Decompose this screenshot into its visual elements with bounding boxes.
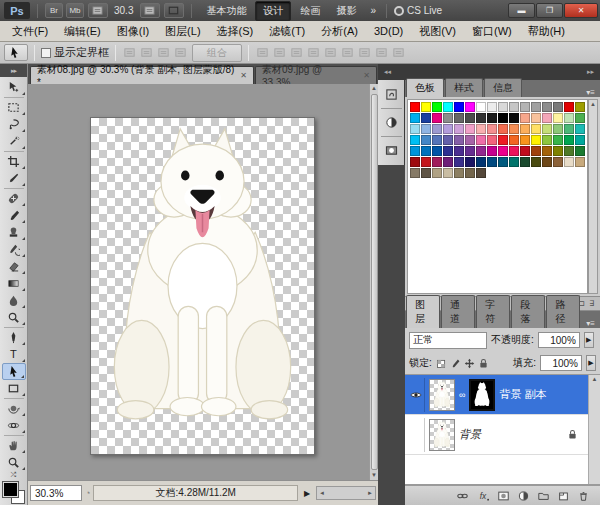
color-swatch[interactable] [531,102,541,112]
tab-close-icon[interactable]: ✕ [240,71,247,80]
color-swatch[interactable] [531,135,541,145]
opacity-field[interactable]: 100% [538,332,580,348]
maximize-button[interactable]: ❐ [536,3,563,18]
color-swatch[interactable] [542,157,552,167]
color-swatch[interactable] [542,135,552,145]
color-swatch[interactable] [454,135,464,145]
color-swatch[interactable] [520,113,530,123]
lasso-tool[interactable] [2,116,26,133]
color-swatch[interactable] [465,168,475,178]
color-swatch[interactable] [553,146,563,156]
color-swatch[interactable] [432,157,442,167]
color-swatch[interactable] [564,146,574,156]
color-swatch[interactable] [531,157,541,167]
color-swatch[interactable] [498,146,508,156]
color-swatch[interactable] [454,146,464,156]
clone-stamp-tool[interactable] [2,224,26,241]
launch-br-icon[interactable]: Br [45,3,63,18]
document-tab[interactable]: 素材09.jpg @ 33.3%...✕ [255,66,377,84]
color-swatch[interactable] [443,146,453,156]
align-center-icon[interactable] [323,46,338,60]
color-swatch[interactable] [520,102,530,112]
color-swatch[interactable] [498,102,508,112]
color-swatch[interactable] [410,146,420,156]
layer-visibility-toggle[interactable] [407,378,425,412]
workspace-button[interactable]: 绘画 [293,2,327,20]
color-swatch[interactable] [575,146,585,156]
layer-row[interactable]: 背景 [405,415,588,455]
color-swatch[interactable] [509,102,519,112]
color-swatch[interactable] [564,113,574,123]
menu-item[interactable]: 图层(L) [157,22,208,41]
color-swatch[interactable] [542,102,552,112]
workspace-button[interactable]: 基本功能 [199,2,253,20]
color-swatch[interactable] [476,157,486,167]
delete-layer-icon[interactable] [577,490,590,502]
color-swatch[interactable] [564,102,574,112]
move-tool[interactable] [2,79,26,96]
layer-name[interactable]: 背景 副本 [499,387,546,402]
scroll-right-icon[interactable]: ► [367,490,373,496]
history-brush-tool[interactable] [2,241,26,258]
align-bottom-icon[interactable] [289,46,304,60]
color-swatch[interactable] [509,113,519,123]
workspace-overflow-button[interactable]: » [367,5,379,16]
color-swatch[interactable] [421,102,431,112]
color-swatch[interactable] [432,135,442,145]
lock-pixels-icon[interactable] [450,358,461,369]
color-swatch[interactable] [498,135,508,145]
cs-live-button[interactable]: CS Live [394,5,446,16]
color-swatch[interactable] [520,146,530,156]
tool-preset-picker[interactable] [4,44,28,61]
color-swatch[interactable] [498,157,508,167]
color-swatch[interactable] [564,157,574,167]
color-swatch[interactable] [454,157,464,167]
color-swatch[interactable] [509,135,519,145]
layers-tab[interactable]: 字符 [476,295,510,328]
tab-close-icon[interactable]: ✕ [363,71,370,80]
menu-item[interactable]: 编辑(E) [56,22,109,41]
marquee-tool[interactable] [2,99,26,116]
collapse-dock-icon[interactable]: ▸▸ [587,68,594,76]
align-middle-icon[interactable] [272,46,287,60]
color-swatch[interactable] [410,157,420,167]
distribute-bottom-icon[interactable] [391,46,406,60]
color-swatch[interactable] [465,124,475,134]
crop-tool[interactable] [2,153,26,170]
scroll-down-icon[interactable]: ▼ [371,471,377,480]
pen-tool[interactable] [2,329,26,346]
color-swatch[interactable] [476,113,486,123]
color-swatch[interactable] [476,168,486,178]
eraser-tool[interactable] [2,258,26,275]
color-swatch[interactable] [487,135,497,145]
send-backward-icon[interactable] [156,46,171,60]
swatches-tab[interactable]: 色板 [406,78,444,97]
fill-slider-button[interactable]: ▶ [586,355,596,371]
color-swatch[interactable] [465,102,475,112]
gradient-tool[interactable] [2,275,26,292]
swap-colors-icon[interactable]: ⤮ [2,471,26,479]
document-canvas[interactable] [90,117,315,455]
color-swatch[interactable] [498,113,508,123]
close-button[interactable]: ✕ [564,3,598,18]
scroll-up-icon[interactable]: ▲ [371,84,377,93]
send-back-icon[interactable] [173,46,188,60]
color-swatch[interactable] [410,124,420,134]
screen-mode-icon[interactable] [164,3,184,18]
hand-tool[interactable] [2,437,26,454]
blur-tool[interactable] [2,292,26,309]
zoom-level-control[interactable]: 30.3 [112,5,136,16]
color-swatch[interactable] [410,168,420,178]
new-group-icon[interactable] [537,490,550,502]
color-swatch[interactable] [553,135,563,145]
bring-forward-icon[interactable] [139,46,154,60]
scrollbar-thumb[interactable] [371,94,378,470]
color-swatch[interactable] [531,113,541,123]
color-swatch[interactable] [443,113,453,123]
color-swatch[interactable] [410,135,420,145]
shape-tool[interactable] [2,380,26,397]
healing-brush-tool[interactable] [2,190,26,207]
color-swatch[interactable] [553,124,563,134]
color-swatch[interactable] [542,113,552,123]
color-swatch[interactable] [465,113,475,123]
